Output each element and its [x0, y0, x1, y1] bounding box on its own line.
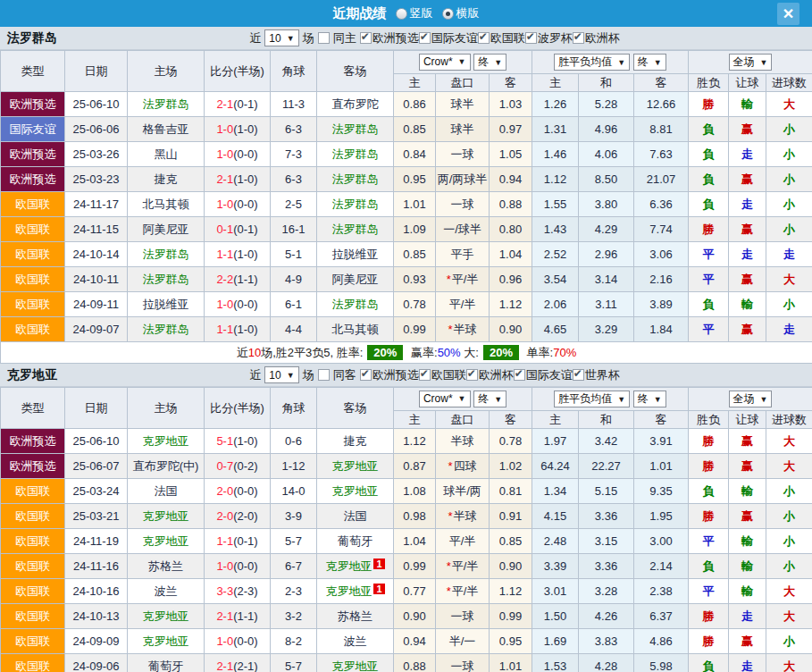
league-filter[interactable]: 世界杯: [573, 367, 620, 383]
handicap-result-cell: 赢: [729, 117, 766, 142]
league-checkbox[interactable]: [573, 369, 584, 381]
avg-draw-cell: 4.28: [579, 654, 634, 672]
match-date-cell: 24-11-15: [65, 217, 128, 242]
score-cell: 2-0(0-0): [205, 479, 271, 504]
section-faroe-islands: 法罗群岛 近 10▼ 场 同主 欧洲预选国际友谊欧国联波罗杯欧洲杯 类型 日期 …: [0, 27, 812, 364]
recent-count-select[interactable]: 10▼: [264, 29, 298, 46]
league-checkbox[interactable]: [360, 32, 372, 44]
avg-group-header: 胜平负均值▼ 终▼: [532, 51, 689, 74]
full-score: 1-1: [216, 323, 233, 336]
odds-home-cell: 0.90: [394, 604, 436, 629]
avg-type-select[interactable]: 胜平负均值▼: [554, 54, 630, 71]
near-label: 近: [249, 367, 261, 383]
handicap-result-cell: 赢: [729, 167, 766, 192]
half-score: (0-0): [233, 298, 257, 311]
match-date-cell: 24-09-09: [65, 629, 128, 654]
home-team-cell: 克罗地亚: [128, 529, 205, 554]
games-label: 场: [303, 367, 314, 383]
league-checkbox[interactable]: [525, 32, 537, 44]
goals-result-cell: 大: [766, 454, 812, 479]
result-cell: 勝: [689, 92, 729, 117]
avg-draw-cell: 4.29: [579, 217, 634, 242]
odds-away-cell: 0.94: [490, 167, 532, 192]
league-label: 欧洲预选: [373, 30, 419, 46]
handicap-cell: 一球: [436, 654, 490, 672]
table-body-faroe: 欧洲预选25-06-10法罗群岛2-1(0-1)11-3直布罗陀0.86球半1.…: [1, 92, 812, 342]
same-away-checkbox[interactable]: [318, 369, 330, 381]
league-checkbox[interactable]: [466, 369, 478, 381]
match-row: 欧国联24-11-19克罗地亚1-1(0-1)5-7葡萄牙1.04平/半0.85…: [1, 529, 812, 554]
handicap-result-cell: 赢: [729, 454, 766, 479]
league-checkbox[interactable]: [360, 369, 372, 381]
away-team-cell: 法罗群岛: [317, 292, 394, 317]
col-result: 胜负: [689, 74, 729, 92]
away-team-cell: 法罗群岛: [317, 117, 394, 142]
full-score: 1-0: [216, 559, 233, 573]
league-checkbox[interactable]: [478, 32, 490, 44]
score-cell: 0-1(0-1): [205, 217, 271, 242]
league-filter[interactable]: 欧国联: [419, 367, 466, 383]
match-row: 欧国联24-11-15阿美尼亚0-1(0-1)16-1法罗群岛1.09一/球半0…: [1, 217, 812, 242]
chevron-down-icon: ▼: [760, 395, 768, 404]
league-filter[interactable]: 国际友谊: [419, 30, 478, 46]
league-checkbox[interactable]: [573, 32, 584, 44]
avg-stage-select[interactable]: 终▼: [633, 391, 666, 407]
corner-cell: 16-1: [271, 217, 317, 242]
radio-vertical-layout[interactable]: 竖版: [396, 5, 433, 21]
handicap-result-cell: 走: [729, 242, 766, 267]
away-team-cell: 拉脱维亚: [317, 242, 394, 267]
away-team-cell: 苏格兰: [317, 604, 394, 629]
odds-stage-select[interactable]: 终▼: [473, 391, 506, 407]
goals-result-cell: 小: [766, 629, 812, 654]
league-filter[interactable]: 国际友谊: [514, 367, 573, 383]
league-type-cell: 欧国联: [1, 604, 65, 629]
match-row: 欧洲预选25-03-23捷克2-1(1-0)6-3法罗群岛0.95两/两球半0.…: [1, 167, 812, 192]
league-type-cell: 欧国联: [1, 292, 65, 317]
scope-select[interactable]: 全场▼: [729, 391, 773, 407]
match-row: 欧国联24-09-11拉脱维亚1-0(0-0)6-1法罗群岛0.78平/半1.1…: [1, 292, 812, 317]
league-label: 欧洲杯: [585, 30, 620, 46]
league-filter[interactable]: 欧洲预选: [360, 367, 419, 383]
league-checkbox[interactable]: [419, 369, 431, 381]
avg-type-select[interactable]: 胜平负均值▼: [554, 391, 630, 407]
odds-company-select[interactable]: Crow*▼: [419, 391, 471, 407]
away-team-cell: 法罗群岛: [317, 217, 394, 242]
league-filter[interactable]: 欧洲杯: [573, 30, 620, 46]
odds-away-cell: 0.81: [490, 479, 532, 504]
league-filter[interactable]: 欧洲预选: [360, 30, 419, 46]
score-cell: 1-0(0-0): [205, 142, 271, 167]
avg-home-cell: 1.43: [532, 217, 579, 242]
recent-count-select[interactable]: 10▼: [264, 366, 298, 383]
chevron-down-icon: ▼: [760, 58, 768, 67]
avg-stage-select[interactable]: 终▼: [633, 54, 666, 71]
corner-cell: 0-6: [271, 429, 317, 454]
handicap-result-cell: 輸: [729, 554, 766, 579]
goals-result-cell: 大: [766, 604, 812, 629]
away-team-name: 克罗地亚: [332, 659, 379, 672]
league-checkbox[interactable]: [514, 369, 525, 381]
handicap-cell: *平/半: [436, 554, 490, 579]
away-team-cell: 直布罗陀: [317, 92, 394, 117]
league-filter[interactable]: 欧洲杯: [466, 367, 514, 383]
away-team-name: 法罗群岛: [332, 147, 379, 161]
avg-away-cell: 1.95: [634, 504, 689, 529]
league-checkbox[interactable]: [419, 32, 431, 44]
match-date-cell: 25-03-24: [65, 479, 128, 504]
scope-select[interactable]: 全场▼: [729, 54, 773, 71]
odds-company-select[interactable]: Crow*▼: [419, 54, 471, 71]
odds-home-cell: 0.94: [394, 629, 436, 654]
league-filter[interactable]: 欧国联: [478, 30, 525, 46]
same-home-checkbox[interactable]: [318, 32, 330, 44]
close-button[interactable]: ✕: [777, 3, 799, 25]
avg-away-cell: 3.06: [634, 242, 689, 267]
result-cell: 平: [689, 529, 729, 554]
league-type-cell: 国际友谊: [1, 117, 65, 142]
league-filter[interactable]: 波罗杯: [525, 30, 573, 46]
half-score: (0-0): [233, 484, 257, 498]
radio-horizontal-layout[interactable]: 横版: [442, 5, 480, 21]
odds-home-cell: 1.12: [394, 429, 436, 454]
odds-stage-select[interactable]: 终▼: [473, 54, 506, 71]
col-avg-home: 主: [532, 74, 579, 92]
avg-group-header: 胜平负均值▼ 终▼: [532, 388, 689, 411]
star-marker: *: [448, 509, 452, 523]
